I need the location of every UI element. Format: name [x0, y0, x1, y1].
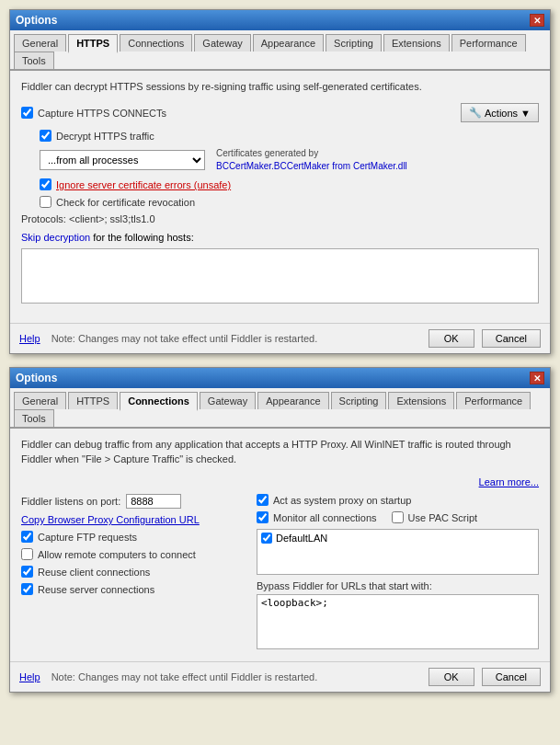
port-row: Fiddler listens on port: 8888: [21, 494, 242, 509]
options-window-https: Options ✕ General HTTPS Connections Gate…: [9, 9, 551, 354]
tab-gateway-https[interactable]: Gateway: [194, 34, 250, 52]
skip-decryption-link[interactable]: Skip decryption: [21, 232, 90, 243]
ignore-cert-errors-checkbox[interactable]: [40, 178, 51, 190]
help-link-connections[interactable]: Help: [19, 671, 40, 682]
reuse-server-checkbox[interactable]: [21, 583, 33, 595]
skip-row: Skip decryption for the following hosts:: [21, 232, 539, 243]
connections-description: Fiddler can debug traffic from any appli…: [21, 438, 539, 466]
cert-maker-link[interactable]: BCCertMaker.BCCertMaker from CertMaker.d…: [216, 161, 407, 171]
default-lan-checkbox[interactable]: [261, 533, 272, 544]
lan-listbox[interactable]: DefaultLAN: [257, 529, 539, 575]
tab-general-https[interactable]: General: [14, 34, 66, 52]
tab-appearance-https[interactable]: Appearance: [253, 34, 324, 52]
col-left: Fiddler listens on port: 8888 Copy Brows…: [21, 494, 242, 652]
title-bar-https: Options ✕: [10, 10, 550, 30]
tab-connections-conn[interactable]: Connections: [120, 392, 198, 411]
reuse-client-checkbox[interactable]: [21, 566, 33, 578]
title-https: Options: [16, 14, 57, 27]
copy-url-link[interactable]: Copy Browser Proxy Configuration URL: [21, 514, 242, 525]
monitor-all-checkbox[interactable]: [257, 511, 269, 523]
capture-https-connects-checkbox[interactable]: [21, 107, 33, 119]
skip-hosts-textarea[interactable]: [21, 248, 539, 304]
ok-button-https[interactable]: OK: [429, 329, 474, 348]
skip-suffix: for the following hosts:: [93, 232, 193, 243]
allow-remote-label: Allow remote computers to connect: [38, 549, 196, 560]
cancel-button-https[interactable]: Cancel: [482, 329, 541, 348]
tab-performance-conn[interactable]: Performance: [456, 392, 531, 409]
use-pac-checkbox[interactable]: [392, 511, 404, 523]
actions-dropdown-icon: ▼: [520, 108, 531, 119]
reuse-server-label: Reuse server connections: [38, 584, 154, 595]
tab-general-conn[interactable]: General: [14, 392, 66, 409]
help-link-https[interactable]: Help: [19, 333, 40, 344]
reuse-client-label: Reuse client connections: [38, 567, 150, 578]
close-button-https[interactable]: ✕: [530, 14, 544, 27]
actions-button[interactable]: 🔧 Actions ▼: [461, 103, 539, 122]
tab-bar-https: General HTTPS Connections Gateway Appear…: [10, 30, 550, 71]
tab-extensions-conn[interactable]: Extensions: [388, 392, 454, 409]
use-pac-label: Use PAC Script: [408, 512, 478, 523]
process-dropdown[interactable]: ...from all processes: [40, 150, 205, 170]
ok-button-connections[interactable]: OK: [429, 668, 474, 686]
content-connections: Fiddler can debug traffic from any appli…: [10, 429, 550, 661]
bypass-label: Bypass Fiddler for URLs that start with:: [257, 580, 539, 591]
protocols-label: Protocols:: [21, 213, 66, 224]
act-as-proxy-label: Act as system proxy on startup: [273, 495, 411, 506]
tab-https-conn[interactable]: HTTPS: [68, 392, 118, 409]
cancel-button-connections[interactable]: Cancel: [482, 668, 541, 686]
footer-connections: Help Note: Changes may not take effect u…: [10, 661, 550, 692]
ignore-cert-errors-label: Ignore server certificate errors (unsafe…: [56, 179, 231, 190]
protocols-row: Protocols: <client>; ssl3;tls1.0: [21, 213, 539, 224]
protocols-value: <client>; ssl3;tls1.0: [69, 213, 155, 224]
tab-scripting-conn[interactable]: Scripting: [331, 392, 387, 409]
col-right: Act as system proxy on startup Monitor a…: [257, 494, 539, 652]
capture-https-connects-label: Capture HTTPS CONNECTs: [38, 108, 166, 119]
tab-performance-https[interactable]: Performance: [451, 34, 526, 52]
default-lan-label: DefaultLAN: [276, 533, 327, 544]
tab-tools-https[interactable]: Tools: [14, 52, 54, 69]
tab-https[interactable]: HTTPS: [68, 34, 118, 53]
capture-ftp-checkbox[interactable]: [21, 531, 33, 543]
act-as-proxy-checkbox[interactable]: [257, 494, 269, 506]
port-label: Fiddler listens on port:: [21, 496, 120, 507]
cert-info: Certificates generated by BCCertMaker.BC…: [216, 147, 407, 173]
tab-gateway-conn[interactable]: Gateway: [200, 392, 256, 409]
tab-extensions-https[interactable]: Extensions: [383, 34, 450, 52]
learn-more-row: Learn more...: [21, 476, 539, 488]
decrypt-https-label: Decrypt HTTPS traffic: [56, 131, 154, 142]
footer-https: Help Note: Changes may not take effect u…: [10, 323, 550, 353]
tab-connections-https[interactable]: Connections: [120, 34, 192, 52]
bypass-textarea[interactable]: <loopback>;: [257, 594, 539, 649]
tab-tools-conn[interactable]: Tools: [14, 409, 54, 427]
check-revocation-label: Check for certificate revocation: [56, 197, 195, 208]
close-button-connections[interactable]: ✕: [530, 372, 544, 384]
tab-bar-connections: General HTTPS Connections Gateway Appear…: [10, 388, 550, 429]
content-https: Fiddler can decrypt HTTPS sessions by re…: [10, 71, 550, 323]
capture-ftp-label: Capture FTP requests: [38, 532, 137, 543]
https-description: Fiddler can decrypt HTTPS sessions by re…: [21, 80, 539, 94]
tab-scripting-https[interactable]: Scripting: [326, 34, 382, 52]
learn-more-link[interactable]: Learn more...: [479, 476, 539, 487]
monitor-all-label: Monitor all connections: [273, 512, 377, 523]
port-input[interactable]: 8888: [126, 494, 181, 509]
two-col-layout: Fiddler listens on port: 8888 Copy Brows…: [21, 494, 539, 652]
actions-icon: 🔧: [469, 107, 482, 119]
cert-info-line1: Certificates generated by: [216, 147, 407, 160]
check-revocation-checkbox[interactable]: [40, 196, 51, 208]
title-connections: Options: [16, 372, 57, 384]
actions-label: Actions: [485, 108, 518, 119]
footer-note-connections: Note: Changes may not take effect until …: [51, 671, 421, 682]
allow-remote-checkbox[interactable]: [21, 548, 33, 560]
footer-note-https: Note: Changes may not take effect until …: [51, 333, 421, 344]
decrypt-https-checkbox[interactable]: [40, 130, 51, 142]
options-window-connections: Options ✕ General HTTPS Connections Gate…: [9, 367, 551, 693]
tab-appearance-conn[interactable]: Appearance: [257, 392, 328, 409]
title-bar-connections: Options ✕: [10, 368, 550, 388]
